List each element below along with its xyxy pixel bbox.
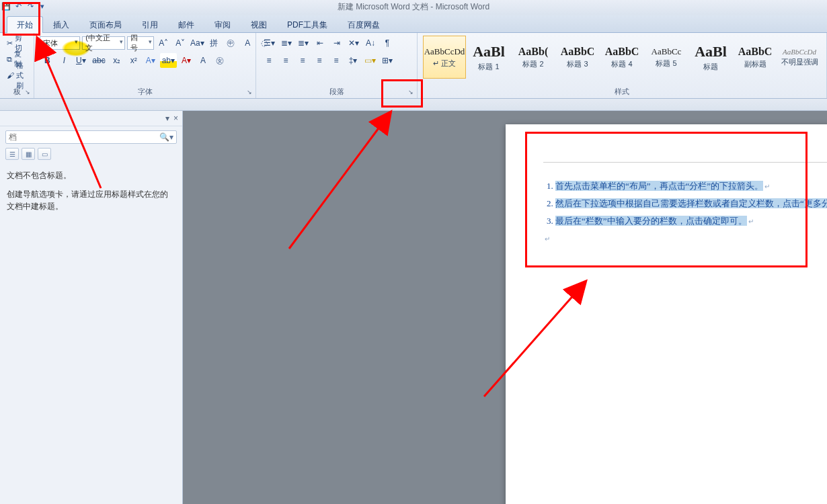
underline-button[interactable]: U▾ (73, 53, 88, 68)
tab-mailings[interactable]: 邮件 (168, 16, 204, 33)
ribbon-tabs: 开始 插入 页面布局 引用 邮件 审阅 视图 PDF工具集 百度网盘 (0, 15, 827, 33)
style-preview: AaBbCc (652, 46, 682, 57)
qat-dropdown-icon[interactable]: ▾ (38, 1, 47, 11)
nav-tab-headings[interactable]: ☰ (5, 148, 19, 160)
char-border-button[interactable]: A (240, 36, 255, 50)
align-left-button[interactable]: ≡ (262, 53, 276, 68)
style-preview: AaBbCcDd (783, 48, 816, 56)
font-theme-dropdown[interactable]: (中文正文 (82, 36, 125, 50)
tab-review[interactable]: 审阅 (204, 16, 241, 33)
strike-button[interactable]: abc (90, 53, 107, 68)
style-item-0[interactable]: AaBbCcDd↵ 正文 (423, 36, 466, 79)
style-label: 标题 3 (567, 59, 588, 69)
font-launcher-icon[interactable]: ↘ (245, 87, 254, 97)
brush-icon: 🖌 (7, 71, 14, 79)
sort-button[interactable]: A↓ (363, 36, 378, 50)
change-case-button[interactable]: Aa▾ (190, 36, 204, 50)
tab-layout[interactable]: 页面布局 (79, 16, 132, 33)
close-icon[interactable]: × (173, 114, 178, 123)
title-bar: 💾 ↶ ↷ ▾ 新建 Microsoft Word 文档 - Microsoft… (0, 0, 827, 15)
borders-button[interactable]: ⊞▾ (380, 53, 395, 68)
pane-dropdown-icon[interactable]: ▾ (165, 114, 169, 123)
style-item-7[interactable]: AaBbC副标题 (734, 36, 777, 79)
font-color-button[interactable]: A▾ (179, 53, 194, 68)
undo-icon[interactable]: ↶ (13, 1, 23, 11)
save-icon[interactable]: 💾 (1, 1, 11, 11)
font-size-dropdown[interactable]: 四号 (127, 36, 154, 50)
style-item-6[interactable]: AaBl标题 (689, 36, 732, 79)
style-preview: AaBl (695, 43, 727, 60)
tab-home[interactable]: 开始 (7, 16, 43, 33)
group-paragraph: ☰▾ ≣▾ ≣▾ ⇤ ⇥ ✕▾ A↓ ¶ ≡ ≡ ≡ ≡ ≡ ‡▾ ▭▾ ⊞▾ … (256, 33, 418, 98)
style-item-3[interactable]: AaBbC标题 3 (556, 36, 599, 79)
asian-layout-button[interactable]: ✕▾ (346, 36, 361, 50)
style-item-5[interactable]: AaBbCc标题 5 (645, 36, 688, 79)
window-title: 新建 Microsoft Word 文档 - Microsoft Word (338, 2, 489, 11)
nav-tab-pages[interactable]: ▦ (22, 148, 35, 160)
distribute-button[interactable]: ≡ (329, 53, 344, 68)
superscript-button[interactable]: x² (126, 53, 141, 68)
italic-button[interactable]: I (56, 53, 71, 68)
bullets-button[interactable]: ☰▾ (262, 36, 277, 50)
tab-pdf[interactable]: PDF工具集 (277, 16, 338, 33)
inc-indent-button[interactable]: ⇥ (329, 36, 344, 50)
doc-line-3[interactable]: 最后在“栏数”中输入要分的栏数，点击确定即可。 (555, 212, 827, 230)
shading-button[interactable]: ▭▾ (362, 53, 378, 68)
tab-references[interactable]: 引用 (132, 16, 168, 33)
redo-icon[interactable]: ↷ (26, 1, 35, 11)
style-label: 标题 5 (656, 58, 676, 69)
enclose-chars-button[interactable]: ㊛ (212, 53, 227, 68)
cut-button[interactable]: ✂ 剪切 (5, 36, 28, 50)
nav-search-input[interactable] (9, 132, 159, 142)
style-label: 标题 (703, 62, 718, 72)
style-label: 副标题 (744, 59, 766, 69)
search-icon[interactable]: 🔍▾ (159, 132, 173, 142)
tab-view[interactable]: 视图 (241, 16, 277, 33)
tab-insert[interactable]: 插入 (43, 16, 79, 33)
text-effects-button[interactable]: A▾ (143, 53, 158, 68)
align-right-button[interactable]: ≡ (295, 53, 310, 68)
style-preview: AaBbC (738, 46, 773, 58)
subscript-button[interactable]: x₂ (110, 53, 124, 68)
format-painter-button[interactable]: 🖌 格式刷 (5, 68, 28, 83)
char-shading-button[interactable]: A (196, 53, 210, 68)
style-label: 标题 2 (522, 59, 543, 69)
style-preview: AaBbCcDd (424, 46, 465, 57)
clipboard-launcher-icon[interactable]: ↘ (23, 87, 32, 97)
font-family-dropdown[interactable]: 宋体 (40, 36, 80, 50)
ribbon: ✂ 剪切 ⧉ 复制 🖌 格式刷 板 ↘ 宋体 (中文正文 四号 A˄ A˅ Aa… (0, 33, 827, 99)
enclose-char-button[interactable]: ㊥ (223, 36, 238, 50)
group-styles-label: 样式 (423, 85, 821, 97)
grow-font-button[interactable]: A˄ (156, 36, 171, 50)
multilevel-button[interactable]: ≣▾ (296, 36, 311, 50)
page[interactable]: 首先点击菜单栏的“布局”，再点击“分栏”的下拉箭头。 然后在下拉选项中根据自己需… (506, 124, 827, 504)
paragraph-launcher-icon[interactable]: ↘ (406, 87, 416, 97)
style-preview: AaBb( (518, 46, 548, 58)
tab-baidu[interactable]: 百度网盘 (338, 16, 390, 33)
style-label: 不明显强调 (781, 57, 818, 67)
bold-button[interactable]: B (40, 53, 54, 68)
shrink-font-button[interactable]: A˅ (173, 36, 188, 50)
document-canvas[interactable]: 首先点击菜单栏的“布局”，再点击“分栏”的下拉箭头。 然后在下拉选项中根据自己需… (183, 111, 827, 504)
nav-body: 文档不包含标题。 创建导航选项卡，请通过应用标题样式在您的文档中建标题。 (0, 164, 182, 224)
style-gallery[interactable]: AaBbCcDd↵ 正文AaBl标题 1AaBb(标题 2AaBbC标题 3Aa… (423, 36, 821, 79)
doc-line-2[interactable]: 然后在下拉选项中根据自己需要选择栏数或者自定义栏数，点击“更多分栏”。 (555, 195, 827, 212)
style-label: 标题 1 (478, 62, 499, 72)
justify-button[interactable]: ≡ (312, 53, 327, 68)
line-spacing-button[interactable]: ‡▾ (346, 53, 360, 68)
style-item-2[interactable]: AaBb(标题 2 (512, 36, 555, 79)
doc-line-1[interactable]: 首先点击菜单栏的“布局”，再点击“分栏”的下拉箭头。 (555, 177, 827, 195)
style-item-1[interactable]: AaBl标题 1 (467, 36, 510, 79)
style-label: ↵ 正文 (433, 58, 456, 69)
nav-tab-results[interactable]: ▭ (38, 148, 51, 160)
style-item-4[interactable]: AaBbC标题 4 (600, 36, 643, 79)
dec-indent-button[interactable]: ⇤ (313, 36, 327, 50)
align-center-button[interactable]: ≡ (278, 53, 293, 68)
style-item-8[interactable]: AaBbCcDd不明显强调 (778, 36, 821, 79)
doc-empty-para[interactable] (543, 230, 827, 247)
numbering-button[interactable]: ≣▾ (279, 36, 294, 50)
show-marks-button[interactable]: ¶ (380, 36, 395, 50)
nav-search[interactable]: 🔍▾ (5, 130, 177, 144)
highlight-button[interactable]: ab▾ (160, 53, 177, 68)
phonetic-guide-button[interactable]: 拼 (206, 36, 221, 50)
